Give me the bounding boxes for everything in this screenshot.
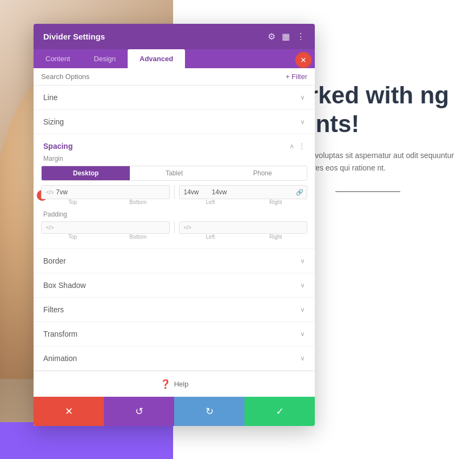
margin-input-row: </> 7vw 14vw 🔗 14vw: [41, 185, 307, 199]
line-section-row[interactable]: Line ∨: [34, 86, 315, 110]
margin-left-sublabel: Left: [179, 199, 242, 205]
margin-left-right-group: 14vw 🔗 14vw: [179, 185, 308, 199]
margin-top-bottom-group: </> 7vw: [41, 185, 170, 199]
border-label: Border: [43, 257, 66, 265]
padding-sublabels: Top Bottom Left Right: [41, 234, 307, 240]
margin-top-value: 7vw: [56, 188, 67, 196]
transform-chevron-icon: ∨: [300, 330, 305, 338]
modal-panel: Divider Settings ⚙ ▦ ⋮ Content Design Ad…: [34, 24, 315, 426]
grid-icon[interactable]: ▦: [282, 31, 290, 42]
margin-right-sublabel: Right: [244, 199, 307, 205]
spacing-more-icon: ⋮: [299, 142, 305, 150]
filters-chevron-icon: ∨: [300, 306, 305, 313]
margin-label: Margin: [41, 155, 307, 162]
tab-content[interactable]: Content: [34, 49, 82, 68]
link-icon: 🔗: [296, 189, 303, 196]
margin-left-right-input[interactable]: 14vw 🔗 14vw: [179, 185, 308, 199]
box-shadow-label: Box Shadow: [43, 281, 86, 290]
tab-advanced[interactable]: Advanced: [128, 49, 185, 68]
tablet-tab[interactable]: Tablet: [130, 166, 218, 180]
padding-divider: [174, 221, 175, 234]
help-toolbar: ❓ Help: [34, 371, 315, 397]
filters-section-row[interactable]: Filters ∨: [34, 298, 315, 322]
padding-left-right-group: </>: [179, 221, 308, 234]
margin-sublabels: Top Bottom Left Right: [41, 199, 307, 205]
modal-close-button[interactable]: ✕: [295, 52, 312, 68]
margin-inputs-container: 1 </> 7vw: [41, 185, 307, 205]
header-icons: ⚙ ▦ ⋮: [268, 31, 305, 42]
search-bar: + Filter: [34, 68, 315, 86]
padding-label: Padding: [41, 211, 307, 218]
padding-left-right-input[interactable]: </>: [179, 221, 308, 234]
help-icon: ❓: [160, 379, 171, 389]
box-shadow-chevron-icon: ∨: [300, 281, 305, 289]
help-button[interactable]: ❓ Help: [34, 371, 315, 397]
padding-right-sublabel: Right: [244, 234, 307, 240]
filters-label: Filters: [43, 305, 64, 314]
padding-top-sublabel: Top: [41, 234, 104, 240]
box-shadow-section-row[interactable]: Box Shadow ∨: [34, 273, 315, 298]
padding-bottom-sublabel: Bottom: [107, 234, 170, 240]
cancel-button[interactable]: ✕: [34, 397, 104, 426]
more-icon[interactable]: ⋮: [296, 31, 305, 42]
border-chevron-icon: ∨: [300, 257, 305, 265]
padding-left-sublabel: Left: [179, 234, 242, 240]
tab-design[interactable]: Design: [82, 49, 128, 68]
line-label: Line: [43, 93, 57, 102]
code-icon-padding-top: </>: [46, 225, 54, 231]
footer-buttons: ✕ ↺ ↻ ✓: [34, 397, 315, 426]
margin-top-sublabel: Top: [41, 199, 104, 205]
border-section-row[interactable]: Border ∨: [34, 249, 315, 273]
padding-block: Padding </> </>: [34, 211, 315, 243]
redo-button[interactable]: ↻: [174, 397, 244, 426]
filter-button[interactable]: + Filter: [286, 73, 307, 81]
animation-label: Animation: [43, 354, 77, 363]
device-tabs: Desktop Tablet Phone: [41, 166, 307, 181]
help-label: Help: [174, 380, 189, 388]
code-icon-padding-lr: </>: [184, 225, 191, 231]
line-chevron-icon: ∨: [300, 94, 305, 101]
search-input[interactable]: [41, 73, 281, 81]
padding-top-bottom-group: </>: [41, 221, 170, 234]
sizing-chevron-icon: ∨: [300, 118, 305, 126]
spacing-header[interactable]: Spacing ∧ ⋮: [34, 134, 315, 155]
padding-top-input[interactable]: </>: [41, 221, 170, 234]
transform-label: Transform: [43, 330, 77, 338]
spacing-chevron-up-icon: ∧: [289, 142, 294, 150]
margin-divider: [174, 185, 175, 199]
desktop-tab[interactable]: Desktop: [42, 166, 130, 180]
modal-title: Divider Settings: [43, 32, 105, 41]
margin-right-value: 14vw: [212, 188, 227, 196]
padding-input-row: </> </>: [41, 221, 307, 234]
purple-accent-strip: [0, 422, 173, 459]
undo-button[interactable]: ↺: [104, 397, 174, 426]
sizing-section-row[interactable]: Sizing ∨: [34, 110, 315, 134]
sizing-label: Sizing: [43, 117, 64, 126]
save-button[interactable]: ✓: [244, 397, 315, 426]
modal-header: Divider Settings ⚙ ▦ ⋮: [34, 24, 315, 49]
spacing-header-icons: ∧ ⋮: [289, 142, 305, 150]
margin-top-input[interactable]: </> 7vw: [41, 185, 170, 199]
margin-block: Margin Desktop Tablet Phone 1 </>: [34, 155, 315, 211]
modal-tabs: Content Design Advanced ✕: [34, 49, 315, 68]
settings-icon[interactable]: ⚙: [268, 31, 275, 42]
phone-tab[interactable]: Phone: [219, 166, 307, 180]
page-divider: [335, 191, 400, 192]
spacing-section: Spacing ∧ ⋮ Margin Desktop Tablet Phone …: [34, 134, 315, 249]
code-icon-margin-top: </>: [46, 189, 54, 195]
animation-chevron-icon: ∨: [300, 355, 305, 362]
margin-bottom-sublabel: Bottom: [107, 199, 170, 205]
transform-section-row[interactable]: Transform ∨: [34, 322, 315, 346]
animation-section-row[interactable]: Animation ∨: [34, 346, 315, 371]
settings-content: Line ∨ Sizing ∨ Spacing ∧ ⋮ Margin Des: [34, 86, 315, 426]
margin-left-value: 14vw: [184, 188, 199, 196]
spacing-title: Spacing: [43, 142, 72, 150]
